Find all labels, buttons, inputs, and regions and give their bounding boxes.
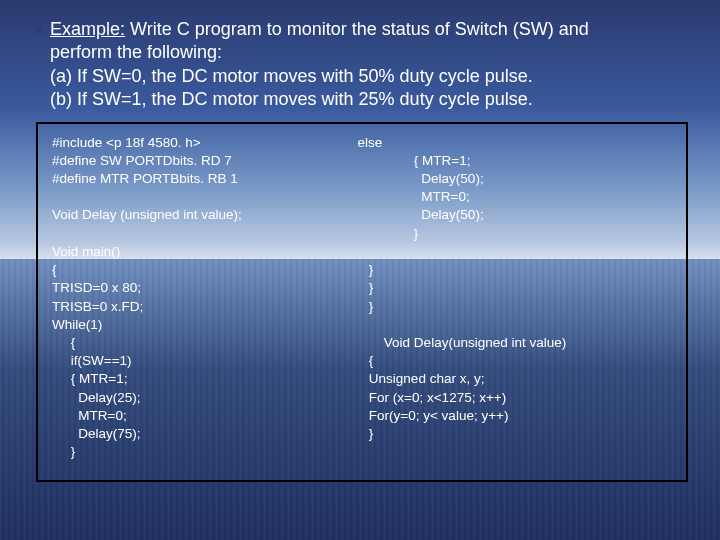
title-line1: Example: Write C program to monitor the … <box>36 18 688 41</box>
code-right-column: else { MTR=1; Delay(50); MTR=0; Delay(50… <box>350 134 672 468</box>
code-box: #include <p 18f 4580. h> #define SW PORT… <box>36 122 688 482</box>
slide: Example: Write C program to monitor the … <box>0 0 720 540</box>
title-line2: perform the following: <box>36 41 688 64</box>
title-line4: (b) If SW=1, the DC motor moves with 25%… <box>36 88 688 111</box>
bullet-icon <box>36 27 42 33</box>
code-left-column: #include <p 18f 4580. h> #define SW PORT… <box>52 134 350 468</box>
title-line3: (a) If SW=0, the DC motor moves with 50%… <box>36 65 688 88</box>
title-rest: Write C program to monitor the status of… <box>125 19 589 39</box>
example-title: Example: Write C program to monitor the … <box>36 18 688 112</box>
title-underline: Example: <box>50 19 125 39</box>
